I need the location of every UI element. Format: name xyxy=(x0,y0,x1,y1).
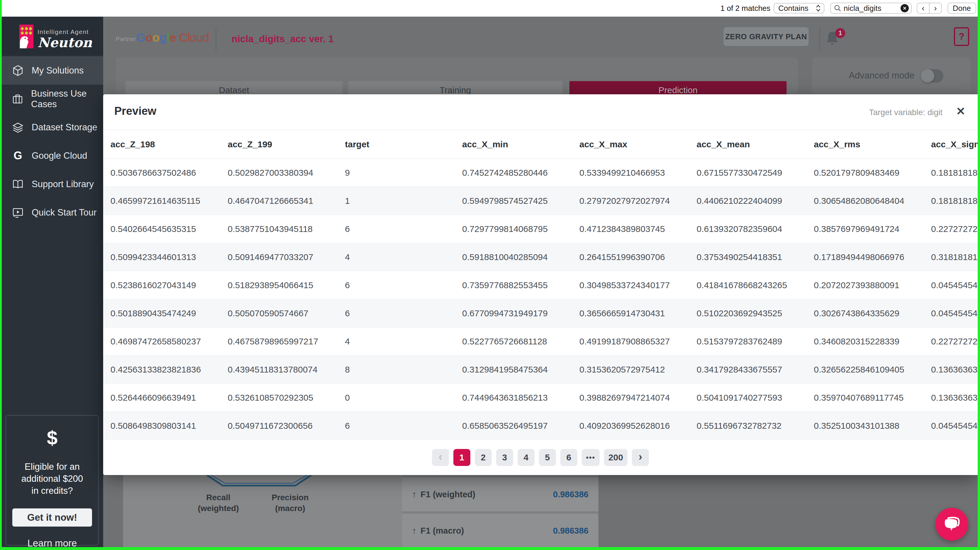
table-row: 0.50188904354742490.50507059057466760.67… xyxy=(103,299,978,327)
table-row: 0.50367866375024860.502982700338039490.7… xyxy=(103,159,978,187)
close-icon[interactable]: ✕ xyxy=(956,105,965,118)
table-cell: 0.7452742485280446 xyxy=(462,159,579,187)
app-window: 1 of 2 matches Contains nicla_digits ✕ ‹… xyxy=(0,0,980,550)
brand-logo: Intelligent Agent Neuton xyxy=(2,17,103,55)
table-cell: 0.045454545 xyxy=(931,412,978,440)
advanced-mode-toggle[interactable] xyxy=(921,69,943,82)
plan-badge-button[interactable]: ZERO GRAVITY PLAN xyxy=(724,27,808,46)
cube-icon xyxy=(12,65,24,77)
arrow-up-icon: ↑ xyxy=(412,490,417,499)
find-done-button[interactable]: Done xyxy=(947,3,976,14)
table-cell: 0.3153620572975412 xyxy=(579,355,697,384)
table-cell: 0.4712384389803745 xyxy=(579,215,697,243)
table-cell: 0.5182938954066415 xyxy=(228,271,345,299)
table-cell: 0.43945118313780074 xyxy=(228,355,345,384)
pagination-page-6[interactable]: 6 xyxy=(560,449,578,466)
help-button[interactable]: ? xyxy=(954,27,969,46)
table-cell: 6 xyxy=(345,299,462,327)
preview-title: Preview xyxy=(114,105,156,117)
table-cell: 0.6715577330472549 xyxy=(697,159,814,187)
find-prev-button[interactable]: ‹ xyxy=(917,3,930,13)
metric-row: ↑F1 (weighted)0.986386 xyxy=(402,477,598,511)
pagination: ‹123456•••200› xyxy=(103,440,978,475)
notification-badge: 1 xyxy=(835,28,845,38)
table-cell: 0.42563133823821836 xyxy=(110,355,228,384)
pagination-prev-button[interactable]: ‹ xyxy=(432,449,449,466)
table-cell: 0.5102203692943525 xyxy=(697,299,814,327)
table-row: 0.54026645456353150.538775104394511860.7… xyxy=(103,215,978,243)
partner-label: Partner xyxy=(116,35,136,43)
pagination-ellipsis[interactable]: ••• xyxy=(582,449,600,466)
pagination-page-1[interactable]: 1 xyxy=(453,449,470,466)
credits-text: Eligible for an additional $200 in credi… xyxy=(6,461,98,497)
briefcase-icon xyxy=(12,93,24,105)
table-cell: 0.3026743864335629 xyxy=(814,299,931,327)
preview-modal-header: Preview Target variable: digit ✕ xyxy=(103,94,978,130)
table-cell: 0.5099423344601313 xyxy=(110,243,228,271)
tabs-panel: DatasetTrainingPrediction xyxy=(116,57,798,94)
table-cell: 0.7297799814068795 xyxy=(462,215,579,243)
sidebar-item-label: My Solutions xyxy=(32,65,84,76)
table-cell: 0.3656665914730431 xyxy=(579,299,697,327)
radar-axis-label: Precision (macro) xyxy=(252,492,328,514)
get-it-now-button[interactable]: Get it now! xyxy=(12,509,92,526)
table-cell: 0.6139320782359604 xyxy=(697,215,814,243)
sidebar-item-quick-start-tour[interactable]: Quick Start Tour xyxy=(2,198,103,227)
preview-table: acc_Z_198acc_Z_199targetacc_X_minacc_X_m… xyxy=(103,130,978,440)
column-header: acc_X_rms xyxy=(814,130,931,159)
sidebar-item-dataset-storage[interactable]: Dataset Storage xyxy=(2,113,103,141)
table-cell: 0.46599721614635115 xyxy=(110,187,228,215)
clear-search-icon[interactable]: ✕ xyxy=(900,4,909,12)
pagination-page-200[interactable]: 200 xyxy=(604,449,627,466)
table-cell: 0.46758798965997217 xyxy=(228,327,345,355)
table-cell: 0.5918810040285094 xyxy=(462,243,579,271)
chat-widget-button[interactable] xyxy=(935,508,968,540)
sidebar-item-business-use-cases[interactable]: Business Use Cases xyxy=(2,85,103,113)
table-cell: 0.3129841958475364 xyxy=(462,355,579,384)
pagination-next-button[interactable]: › xyxy=(632,449,649,466)
pagination-page-5[interactable]: 5 xyxy=(539,449,556,466)
header-divider xyxy=(216,28,216,51)
table-cell: 0.30654862080648404 xyxy=(814,187,931,215)
toggle-knob xyxy=(921,69,934,82)
sidebar-item-support-library[interactable]: Support Library xyxy=(2,170,103,198)
column-header: acc_X_min xyxy=(462,130,579,159)
table-cell: 0.227272727 xyxy=(931,327,978,355)
pagination-page-4[interactable]: 4 xyxy=(517,449,535,466)
table-cell: 6 xyxy=(345,271,462,299)
find-next-button[interactable]: › xyxy=(930,3,941,13)
tour-icon xyxy=(12,206,24,219)
find-filter-select[interactable]: Contains xyxy=(774,3,824,13)
table-cell: 0.7359776882553455 xyxy=(462,271,579,299)
brand-tagline: Intelligent Agent xyxy=(38,29,89,35)
table-cell: 0.181818181 xyxy=(931,159,978,187)
capture-frame-left xyxy=(0,0,2,550)
table-cell: 0.30498533724340177 xyxy=(579,271,697,299)
table-row: 0.52644660966394910.532610857029230500.7… xyxy=(103,384,978,412)
sidebar-item-my-solutions[interactable]: My Solutions xyxy=(2,56,103,85)
table-cell: 0.5511696732782732 xyxy=(697,412,814,440)
table-row: 0.52386160270431490.518293895406641560.7… xyxy=(103,271,978,299)
capture-frame-bottom xyxy=(0,547,980,550)
table-cell: 0.5086498309803141 xyxy=(110,412,228,440)
sidebar-item-google-cloud[interactable]: GGoogle Cloud xyxy=(2,141,103,170)
table-cell: 0.3857697969491724 xyxy=(814,215,931,243)
column-header: acc_X_sign xyxy=(931,130,978,159)
advanced-mode-label: Advanced mode xyxy=(849,70,914,81)
table-cell: 4 xyxy=(345,327,462,355)
table-cell: 0.32656225846109405 xyxy=(814,355,931,384)
table-cell: 0.227272727 xyxy=(931,215,978,243)
find-search-input[interactable]: nicla_digits ✕ xyxy=(830,3,912,14)
find-query-text: nicla_digits xyxy=(844,4,881,13)
preview-modal: Preview Target variable: digit ✕ acc_Z_1… xyxy=(103,94,978,475)
table-cell: 0.5326108570292305 xyxy=(228,384,345,412)
column-header: target xyxy=(345,130,462,159)
table-cell: 0.6585063526495197 xyxy=(462,412,579,440)
table-cell: 0.5153797283762489 xyxy=(697,327,814,355)
google-logo-word: Google xyxy=(136,31,176,44)
pagination-page-3[interactable]: 3 xyxy=(496,449,513,466)
table-cell: 0.2641551996390706 xyxy=(579,243,697,271)
table-cell: 0.41841678668243265 xyxy=(697,271,814,299)
pagination-page-2[interactable]: 2 xyxy=(475,449,492,466)
notifications-button[interactable]: 1 xyxy=(825,30,845,51)
